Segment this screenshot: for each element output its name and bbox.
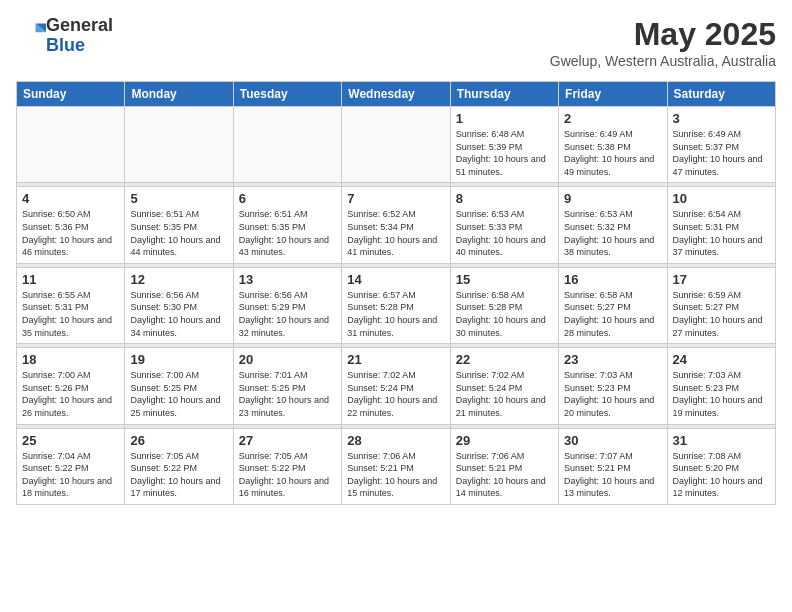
day-info: Sunrise: 6:54 AMSunset: 5:31 PMDaylight:… (673, 208, 770, 258)
day-info: Sunrise: 6:49 AMSunset: 5:38 PMDaylight:… (564, 128, 661, 178)
calendar-week-2: 4Sunrise: 6:50 AMSunset: 5:36 PMDaylight… (17, 187, 776, 263)
table-row (233, 107, 341, 183)
calendar-table: Sunday Monday Tuesday Wednesday Thursday… (16, 81, 776, 505)
table-row: 21Sunrise: 7:02 AMSunset: 5:24 PMDayligh… (342, 348, 450, 424)
col-sunday: Sunday (17, 82, 125, 107)
day-info: Sunrise: 6:55 AMSunset: 5:31 PMDaylight:… (22, 289, 119, 339)
location-subtitle: Gwelup, Western Australia, Australia (550, 53, 776, 69)
table-row: 31Sunrise: 7:08 AMSunset: 5:20 PMDayligh… (667, 428, 775, 504)
table-row: 29Sunrise: 7:06 AMSunset: 5:21 PMDayligh… (450, 428, 558, 504)
day-number: 15 (456, 272, 553, 287)
col-wednesday: Wednesday (342, 82, 450, 107)
logo-general-text: General (46, 15, 113, 35)
table-row: 10Sunrise: 6:54 AMSunset: 5:31 PMDayligh… (667, 187, 775, 263)
table-row: 1Sunrise: 6:48 AMSunset: 5:39 PMDaylight… (450, 107, 558, 183)
col-monday: Monday (125, 82, 233, 107)
table-row: 9Sunrise: 6:53 AMSunset: 5:32 PMDaylight… (559, 187, 667, 263)
table-row: 28Sunrise: 7:06 AMSunset: 5:21 PMDayligh… (342, 428, 450, 504)
table-row: 6Sunrise: 6:51 AMSunset: 5:35 PMDaylight… (233, 187, 341, 263)
day-info: Sunrise: 6:58 AMSunset: 5:27 PMDaylight:… (564, 289, 661, 339)
day-info: Sunrise: 7:00 AMSunset: 5:25 PMDaylight:… (130, 369, 227, 419)
day-number: 4 (22, 191, 119, 206)
day-info: Sunrise: 6:59 AMSunset: 5:27 PMDaylight:… (673, 289, 770, 339)
day-number: 12 (130, 272, 227, 287)
day-number: 28 (347, 433, 444, 448)
day-info: Sunrise: 6:50 AMSunset: 5:36 PMDaylight:… (22, 208, 119, 258)
day-info: Sunrise: 7:01 AMSunset: 5:25 PMDaylight:… (239, 369, 336, 419)
table-row: 26Sunrise: 7:05 AMSunset: 5:22 PMDayligh… (125, 428, 233, 504)
day-info: Sunrise: 7:05 AMSunset: 5:22 PMDaylight:… (239, 450, 336, 500)
day-number: 9 (564, 191, 661, 206)
calendar-week-4: 18Sunrise: 7:00 AMSunset: 5:26 PMDayligh… (17, 348, 776, 424)
page-header: General Blue May 2025 Gwelup, Western Au… (16, 16, 776, 69)
day-number: 17 (673, 272, 770, 287)
table-row: 22Sunrise: 7:02 AMSunset: 5:24 PMDayligh… (450, 348, 558, 424)
table-row: 2Sunrise: 6:49 AMSunset: 5:38 PMDaylight… (559, 107, 667, 183)
day-info: Sunrise: 7:06 AMSunset: 5:21 PMDaylight:… (456, 450, 553, 500)
col-saturday: Saturday (667, 82, 775, 107)
col-thursday: Thursday (450, 82, 558, 107)
table-row: 13Sunrise: 6:56 AMSunset: 5:29 PMDayligh… (233, 267, 341, 343)
day-number: 1 (456, 111, 553, 126)
day-info: Sunrise: 6:48 AMSunset: 5:39 PMDaylight:… (456, 128, 553, 178)
day-number: 23 (564, 352, 661, 367)
table-row: 16Sunrise: 6:58 AMSunset: 5:27 PMDayligh… (559, 267, 667, 343)
table-row: 11Sunrise: 6:55 AMSunset: 5:31 PMDayligh… (17, 267, 125, 343)
day-number: 13 (239, 272, 336, 287)
day-info: Sunrise: 7:06 AMSunset: 5:21 PMDaylight:… (347, 450, 444, 500)
day-number: 14 (347, 272, 444, 287)
day-number: 10 (673, 191, 770, 206)
table-row: 8Sunrise: 6:53 AMSunset: 5:33 PMDaylight… (450, 187, 558, 263)
day-number: 25 (22, 433, 119, 448)
table-row: 5Sunrise: 6:51 AMSunset: 5:35 PMDaylight… (125, 187, 233, 263)
day-info: Sunrise: 7:02 AMSunset: 5:24 PMDaylight:… (347, 369, 444, 419)
table-row: 12Sunrise: 6:56 AMSunset: 5:30 PMDayligh… (125, 267, 233, 343)
day-info: Sunrise: 6:56 AMSunset: 5:29 PMDaylight:… (239, 289, 336, 339)
table-row (17, 107, 125, 183)
table-row: 27Sunrise: 7:05 AMSunset: 5:22 PMDayligh… (233, 428, 341, 504)
table-row: 30Sunrise: 7:07 AMSunset: 5:21 PMDayligh… (559, 428, 667, 504)
table-row: 18Sunrise: 7:00 AMSunset: 5:26 PMDayligh… (17, 348, 125, 424)
table-row: 20Sunrise: 7:01 AMSunset: 5:25 PMDayligh… (233, 348, 341, 424)
day-number: 30 (564, 433, 661, 448)
day-info: Sunrise: 7:00 AMSunset: 5:26 PMDaylight:… (22, 369, 119, 419)
table-row: 25Sunrise: 7:04 AMSunset: 5:22 PMDayligh… (17, 428, 125, 504)
day-info: Sunrise: 6:53 AMSunset: 5:33 PMDaylight:… (456, 208, 553, 258)
day-number: 20 (239, 352, 336, 367)
calendar-week-1: 1Sunrise: 6:48 AMSunset: 5:39 PMDaylight… (17, 107, 776, 183)
day-info: Sunrise: 6:51 AMSunset: 5:35 PMDaylight:… (130, 208, 227, 258)
day-number: 7 (347, 191, 444, 206)
day-number: 31 (673, 433, 770, 448)
title-area: May 2025 Gwelup, Western Australia, Aust… (550, 16, 776, 69)
day-info: Sunrise: 7:07 AMSunset: 5:21 PMDaylight:… (564, 450, 661, 500)
table-row: 7Sunrise: 6:52 AMSunset: 5:34 PMDaylight… (342, 187, 450, 263)
day-info: Sunrise: 7:08 AMSunset: 5:20 PMDaylight:… (673, 450, 770, 500)
logo-blue-text: Blue (46, 35, 85, 55)
table-row: 23Sunrise: 7:03 AMSunset: 5:23 PMDayligh… (559, 348, 667, 424)
day-info: Sunrise: 7:04 AMSunset: 5:22 PMDaylight:… (22, 450, 119, 500)
table-row: 4Sunrise: 6:50 AMSunset: 5:36 PMDaylight… (17, 187, 125, 263)
calendar-week-3: 11Sunrise: 6:55 AMSunset: 5:31 PMDayligh… (17, 267, 776, 343)
day-info: Sunrise: 6:53 AMSunset: 5:32 PMDaylight:… (564, 208, 661, 258)
month-title: May 2025 (550, 16, 776, 53)
day-number: 18 (22, 352, 119, 367)
logo: General Blue (16, 16, 113, 56)
day-info: Sunrise: 6:56 AMSunset: 5:30 PMDaylight:… (130, 289, 227, 339)
day-number: 16 (564, 272, 661, 287)
day-info: Sunrise: 6:52 AMSunset: 5:34 PMDaylight:… (347, 208, 444, 258)
table-row: 3Sunrise: 6:49 AMSunset: 5:37 PMDaylight… (667, 107, 775, 183)
day-number: 6 (239, 191, 336, 206)
day-number: 29 (456, 433, 553, 448)
day-number: 21 (347, 352, 444, 367)
table-row: 14Sunrise: 6:57 AMSunset: 5:28 PMDayligh… (342, 267, 450, 343)
day-number: 26 (130, 433, 227, 448)
col-friday: Friday (559, 82, 667, 107)
calendar-header-row: Sunday Monday Tuesday Wednesday Thursday… (17, 82, 776, 107)
day-number: 27 (239, 433, 336, 448)
day-number: 22 (456, 352, 553, 367)
day-number: 19 (130, 352, 227, 367)
day-number: 2 (564, 111, 661, 126)
table-row (342, 107, 450, 183)
table-row: 17Sunrise: 6:59 AMSunset: 5:27 PMDayligh… (667, 267, 775, 343)
day-info: Sunrise: 7:05 AMSunset: 5:22 PMDaylight:… (130, 450, 227, 500)
